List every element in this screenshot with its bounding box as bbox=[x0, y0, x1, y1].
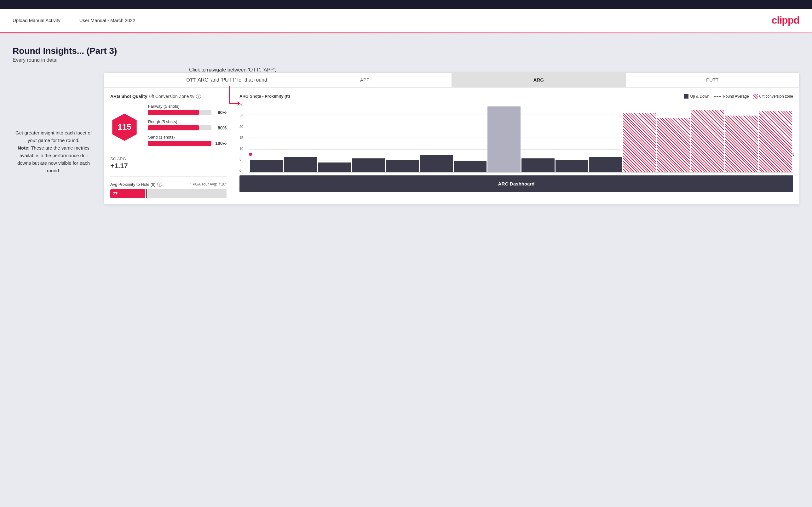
legend-dashed-avg bbox=[714, 96, 721, 97]
footer: Copyright Clippd 2021 bbox=[0, 503, 812, 507]
sg-section: SG ARG +1.17 bbox=[110, 157, 226, 170]
bar-6 bbox=[420, 155, 453, 172]
prox-bar-value: 77' bbox=[113, 191, 118, 196]
hex-wrap: 115 bbox=[110, 113, 139, 142]
y-label-20: 20 bbox=[240, 125, 243, 128]
bar-5 bbox=[386, 160, 419, 172]
shot-row-sand: Sand (1 shots) 100% bbox=[148, 135, 226, 146]
bar-h1 bbox=[623, 113, 656, 172]
avg-proximity-section: Avg Proximity to Hole (ft) ? ↑ PGA Tour … bbox=[110, 176, 226, 198]
hex-score: 115 bbox=[117, 122, 131, 132]
bar-11 bbox=[589, 157, 622, 172]
legend-label-avg: Round Average bbox=[723, 94, 749, 99]
annotation-line2: 'ARG' and 'PUTT' for that round. bbox=[189, 76, 276, 84]
right-panel: ARG Shots - Proximity (ft) Up & Down Rou… bbox=[233, 88, 799, 204]
annotation: Click to navigate between 'OTT', 'APP', … bbox=[189, 66, 276, 113]
y-label-25: 25 bbox=[240, 114, 243, 118]
y-label-10: 10 bbox=[240, 147, 243, 151]
bar-tall bbox=[488, 106, 520, 172]
logo: clippd bbox=[772, 14, 799, 26]
user-manual-title: User Manual - March 2022 bbox=[80, 18, 136, 23]
upload-link[interactable]: Upload Manual Activity bbox=[13, 18, 60, 23]
avg-prox-label: Avg Proximity to Hole (ft) ? bbox=[110, 182, 162, 187]
annotation-line1: Click to navigate between 'OTT', 'APP', bbox=[189, 66, 276, 74]
rough-bar-fill bbox=[148, 125, 199, 130]
sand-label: Sand (1 shots) bbox=[148, 135, 226, 139]
legend-item-conversion: 6 ft conversion zone bbox=[753, 94, 793, 99]
right-panel-header: ARG Shots - Proximity (ft) Up & Down Rou… bbox=[240, 94, 793, 99]
y-axis-labels: 0 5 10 15 20 25 30 bbox=[240, 103, 243, 172]
bar-h2 bbox=[657, 118, 691, 172]
legend-label-conversion: 6 ft conversion zone bbox=[759, 94, 793, 99]
bars-container bbox=[249, 103, 793, 172]
tab-putt[interactable]: PUTT bbox=[625, 72, 800, 87]
prox-bar-fill: 77' bbox=[110, 189, 145, 198]
bar-h5 bbox=[759, 111, 792, 172]
sand-pct: 100% bbox=[214, 141, 226, 146]
bar-9 bbox=[521, 158, 555, 172]
legend: Up & Down Round Average 6 ft conversion … bbox=[684, 94, 793, 99]
shot-row-rough: Rough (5 shots) 80% bbox=[148, 119, 226, 130]
top-bar bbox=[0, 0, 812, 9]
annotation-arrow bbox=[226, 86, 245, 111]
left-description: Get greater insight into each facet of y… bbox=[13, 129, 95, 174]
grid-0 bbox=[249, 172, 793, 173]
legend-label-updown: Up & Down bbox=[690, 94, 709, 99]
rough-pct: 80% bbox=[214, 125, 226, 130]
y-label-15: 15 bbox=[240, 136, 243, 139]
avg-prox-label-text: Avg Proximity to Hole (ft) bbox=[110, 182, 156, 187]
y-label-5: 5 bbox=[240, 158, 243, 161]
bar-4 bbox=[352, 158, 385, 172]
header-left: Upload Manual Activity User Manual - Mar… bbox=[13, 18, 135, 23]
sand-bar-bg bbox=[148, 141, 211, 146]
avg-prox-help-icon[interactable]: ? bbox=[157, 182, 162, 187]
legend-box-updown bbox=[684, 94, 689, 99]
sand-bar-row: 100% bbox=[148, 141, 226, 146]
chart-wrapper: 0 5 10 15 20 25 30 bbox=[249, 103, 793, 172]
tab-arg[interactable]: ARG bbox=[452, 72, 625, 87]
rough-label: Rough (5 shots) bbox=[148, 119, 226, 124]
bar-h4 bbox=[725, 116, 758, 172]
prox-bar-bg: 77' bbox=[110, 189, 226, 198]
conversion-label: 6ft Conversion Zone % bbox=[149, 94, 194, 99]
page-subtitle: Every round in detail bbox=[13, 57, 799, 63]
rough-bar-bg bbox=[148, 125, 211, 130]
shot-quality-label: ARG Shot Quality bbox=[110, 94, 147, 99]
header: Upload Manual Activity User Manual - Mar… bbox=[0, 9, 812, 33]
bar-10 bbox=[556, 160, 589, 172]
page-heading: Round Insights... (Part 3) Every round i… bbox=[13, 46, 799, 63]
avg-prox-header: Avg Proximity to Hole (ft) ? ↑ PGA Tour … bbox=[110, 182, 226, 187]
main-content: Round Insights... (Part 3) Every round i… bbox=[0, 34, 812, 503]
page-title: Round Insights... (Part 3) bbox=[13, 46, 799, 56]
y-label-0: 0 bbox=[240, 168, 243, 172]
bar-h3 bbox=[691, 110, 724, 172]
bar-1 bbox=[250, 160, 283, 172]
bar-2 bbox=[284, 157, 317, 172]
sg-label: SG ARG bbox=[110, 157, 226, 161]
tab-app[interactable]: APP bbox=[278, 72, 452, 87]
legend-item-updown: Up & Down bbox=[684, 94, 709, 99]
bar-3 bbox=[318, 163, 351, 172]
rough-bar-row: 80% bbox=[148, 125, 226, 130]
prox-cursor bbox=[146, 189, 147, 198]
sg-value: +1.17 bbox=[110, 162, 226, 170]
note-label: Note: bbox=[18, 145, 30, 151]
legend-item-avg: Round Average bbox=[714, 94, 749, 99]
bar-7 bbox=[454, 161, 487, 172]
pga-avg: ↑ PGA Tour Avg: 7'10" bbox=[190, 182, 226, 186]
content-area: Get greater insight into each facet of y… bbox=[13, 72, 799, 204]
legend-hatched-conversion bbox=[753, 94, 758, 99]
svg-marker-2 bbox=[238, 101, 240, 106]
sand-bar-fill bbox=[148, 141, 211, 146]
arg-dashboard-button[interactable]: ARG Dashboard bbox=[240, 175, 793, 192]
left-description-text: Get greater insight into each facet of y… bbox=[13, 129, 95, 174]
